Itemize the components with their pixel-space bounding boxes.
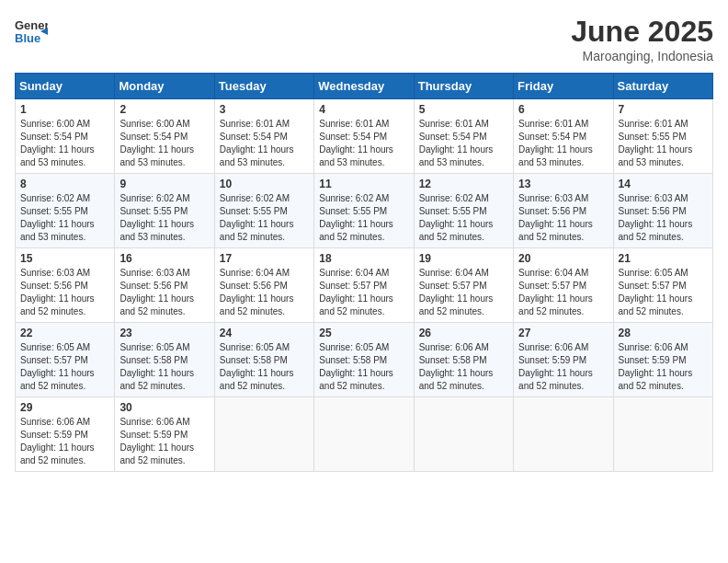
day-number: 30: [119, 401, 209, 414]
day-info: Sunrise: 6:01 AMSunset: 5:54 PMDaylight:…: [419, 119, 494, 167]
calendar-day-22: 22 Sunrise: 6:05 AMSunset: 5:57 PMDaylig…: [16, 323, 115, 397]
day-number: 9: [119, 178, 209, 190]
day-number: 4: [319, 103, 408, 116]
day-number: 7: [619, 103, 708, 116]
col-thursday: Thursday: [414, 74, 513, 99]
calendar-day-28: 28 Sunrise: 6:06 AMSunset: 5:59 PMDaylig…: [613, 323, 712, 397]
day-number: 28: [619, 327, 708, 339]
day-number: 15: [20, 252, 109, 265]
col-monday: Monday: [115, 74, 214, 99]
day-info: Sunrise: 6:02 AMSunset: 5:55 PMDaylight:…: [20, 193, 95, 242]
day-number: 19: [419, 252, 508, 265]
calendar-day-23: 23 Sunrise: 6:05 AMSunset: 5:58 PMDaylig…: [115, 323, 214, 397]
day-number: 5: [419, 103, 508, 116]
day-number: 26: [419, 327, 508, 339]
day-number: 16: [119, 252, 209, 265]
day-info: Sunrise: 6:06 AMSunset: 5:59 PMDaylight:…: [20, 417, 95, 465]
day-info: Sunrise: 6:03 AMSunset: 5:56 PMDaylight:…: [20, 268, 95, 316]
day-info: Sunrise: 6:03 AMSunset: 5:56 PMDaylight:…: [119, 268, 194, 316]
day-info: Sunrise: 6:00 AMSunset: 5:54 PMDaylight:…: [20, 119, 95, 167]
calendar-day-13: 13 Sunrise: 6:03 AMSunset: 5:56 PMDaylig…: [514, 174, 613, 248]
calendar-empty-cell: [613, 397, 712, 472]
calendar-day-11: 11 Sunrise: 6:02 AMSunset: 5:55 PMDaylig…: [314, 174, 414, 248]
day-number: 10: [220, 178, 309, 190]
day-info: Sunrise: 6:06 AMSunset: 5:59 PMDaylight:…: [518, 342, 593, 391]
day-number: 1: [20, 103, 109, 116]
day-number: 11: [319, 178, 408, 190]
calendar-day-6: 6 Sunrise: 6:01 AMSunset: 5:54 PMDayligh…: [514, 99, 613, 174]
calendar-day-29: 29 Sunrise: 6:06 AMSunset: 5:59 PMDaylig…: [16, 397, 115, 472]
calendar-day-14: 14 Sunrise: 6:03 AMSunset: 5:56 PMDaylig…: [613, 174, 712, 248]
day-info: Sunrise: 6:05 AMSunset: 5:57 PMDaylight:…: [20, 342, 95, 391]
day-info: Sunrise: 6:04 AMSunset: 5:57 PMDaylight:…: [518, 268, 593, 316]
calendar-empty-cell: [514, 397, 613, 472]
calendar-header-row: Sunday Monday Tuesday Wednesday Thursday…: [16, 74, 713, 99]
calendar-day-30: 30 Sunrise: 6:06 AMSunset: 5:59 PMDaylig…: [115, 397, 214, 472]
day-number: 6: [518, 103, 608, 116]
day-info: Sunrise: 6:01 AMSunset: 5:54 PMDaylight:…: [319, 119, 393, 167]
calendar-empty-cell: [214, 397, 313, 472]
col-wednesday: Wednesday: [314, 74, 414, 99]
day-info: Sunrise: 6:06 AMSunset: 5:59 PMDaylight:…: [619, 342, 693, 391]
day-number: 20: [518, 252, 608, 265]
day-info: Sunrise: 6:04 AMSunset: 5:57 PMDaylight:…: [419, 268, 494, 316]
day-info: Sunrise: 6:02 AMSunset: 5:55 PMDaylight:…: [119, 193, 194, 242]
day-number: 25: [319, 327, 408, 339]
day-number: 29: [20, 401, 109, 414]
calendar-day-18: 18 Sunrise: 6:04 AMSunset: 5:57 PMDaylig…: [314, 248, 414, 323]
logo: General Blue: [15, 15, 48, 52]
calendar-day-4: 4 Sunrise: 6:01 AMSunset: 5:54 PMDayligh…: [314, 99, 414, 174]
calendar-day-1: 1 Sunrise: 6:00 AMSunset: 5:54 PMDayligh…: [16, 99, 115, 174]
day-info: Sunrise: 6:01 AMSunset: 5:55 PMDaylight:…: [619, 119, 693, 167]
calendar-day-16: 16 Sunrise: 6:03 AMSunset: 5:56 PMDaylig…: [115, 248, 214, 323]
calendar-day-20: 20 Sunrise: 6:04 AMSunset: 5:57 PMDaylig…: [514, 248, 613, 323]
calendar-day-21: 21 Sunrise: 6:05 AMSunset: 5:57 PMDaylig…: [613, 248, 712, 323]
day-info: Sunrise: 6:05 AMSunset: 5:58 PMDaylight:…: [220, 342, 294, 391]
calendar-day-3: 3 Sunrise: 6:01 AMSunset: 5:54 PMDayligh…: [214, 99, 313, 174]
calendar-subtitle: Maroanging, Indonesia: [571, 49, 713, 63]
calendar-empty-cell: [414, 397, 513, 472]
logo-icon: General Blue: [15, 15, 48, 52]
day-info: Sunrise: 6:05 AMSunset: 5:58 PMDaylight:…: [319, 342, 393, 391]
day-info: Sunrise: 6:02 AMSunset: 5:55 PMDaylight:…: [220, 193, 294, 242]
day-info: Sunrise: 6:02 AMSunset: 5:55 PMDaylight:…: [419, 193, 494, 242]
day-info: Sunrise: 6:06 AMSunset: 5:59 PMDaylight:…: [119, 417, 194, 465]
day-number: 17: [220, 252, 309, 265]
day-number: 22: [20, 327, 109, 339]
calendar-day-19: 19 Sunrise: 6:04 AMSunset: 5:57 PMDaylig…: [414, 248, 513, 323]
svg-text:Blue: Blue: [15, 31, 40, 45]
day-number: 2: [119, 103, 209, 116]
calendar-title: June 2025: [571, 15, 713, 49]
calendar-day-8: 8 Sunrise: 6:02 AMSunset: 5:55 PMDayligh…: [16, 174, 115, 248]
calendar-day-17: 17 Sunrise: 6:04 AMSunset: 5:56 PMDaylig…: [214, 248, 313, 323]
calendar-day-12: 12 Sunrise: 6:02 AMSunset: 5:55 PMDaylig…: [414, 174, 513, 248]
day-info: Sunrise: 6:04 AMSunset: 5:56 PMDaylight:…: [220, 268, 294, 316]
day-number: 21: [619, 252, 708, 265]
calendar-week-5: 29 Sunrise: 6:06 AMSunset: 5:59 PMDaylig…: [16, 397, 713, 472]
day-info: Sunrise: 6:06 AMSunset: 5:58 PMDaylight:…: [419, 342, 494, 391]
calendar-day-7: 7 Sunrise: 6:01 AMSunset: 5:55 PMDayligh…: [613, 99, 712, 174]
col-sunday: Sunday: [16, 74, 115, 99]
day-info: Sunrise: 6:03 AMSunset: 5:56 PMDaylight:…: [518, 193, 593, 242]
day-info: Sunrise: 6:05 AMSunset: 5:57 PMDaylight:…: [619, 268, 693, 316]
calendar-day-24: 24 Sunrise: 6:05 AMSunset: 5:58 PMDaylig…: [214, 323, 313, 397]
calendar-day-26: 26 Sunrise: 6:06 AMSunset: 5:58 PMDaylig…: [414, 323, 513, 397]
calendar-table: Sunday Monday Tuesday Wednesday Thursday…: [15, 73, 713, 472]
col-saturday: Saturday: [613, 74, 712, 99]
day-info: Sunrise: 6:01 AMSunset: 5:54 PMDaylight:…: [220, 119, 294, 167]
day-info: Sunrise: 6:02 AMSunset: 5:55 PMDaylight:…: [319, 193, 393, 242]
col-tuesday: Tuesday: [214, 74, 313, 99]
day-number: 13: [518, 178, 608, 190]
calendar-week-2: 8 Sunrise: 6:02 AMSunset: 5:55 PMDayligh…: [16, 174, 713, 248]
calendar-empty-cell: [314, 397, 414, 472]
calendar-week-1: 1 Sunrise: 6:00 AMSunset: 5:54 PMDayligh…: [16, 99, 713, 174]
day-info: Sunrise: 6:04 AMSunset: 5:57 PMDaylight:…: [319, 268, 393, 316]
calendar-day-5: 5 Sunrise: 6:01 AMSunset: 5:54 PMDayligh…: [414, 99, 513, 174]
calendar-day-15: 15 Sunrise: 6:03 AMSunset: 5:56 PMDaylig…: [16, 248, 115, 323]
day-info: Sunrise: 6:00 AMSunset: 5:54 PMDaylight:…: [119, 119, 194, 167]
day-number: 12: [419, 178, 508, 190]
day-number: 27: [518, 327, 608, 339]
day-number: 8: [20, 178, 109, 190]
calendar-day-25: 25 Sunrise: 6:05 AMSunset: 5:58 PMDaylig…: [314, 323, 414, 397]
day-number: 14: [619, 178, 708, 190]
